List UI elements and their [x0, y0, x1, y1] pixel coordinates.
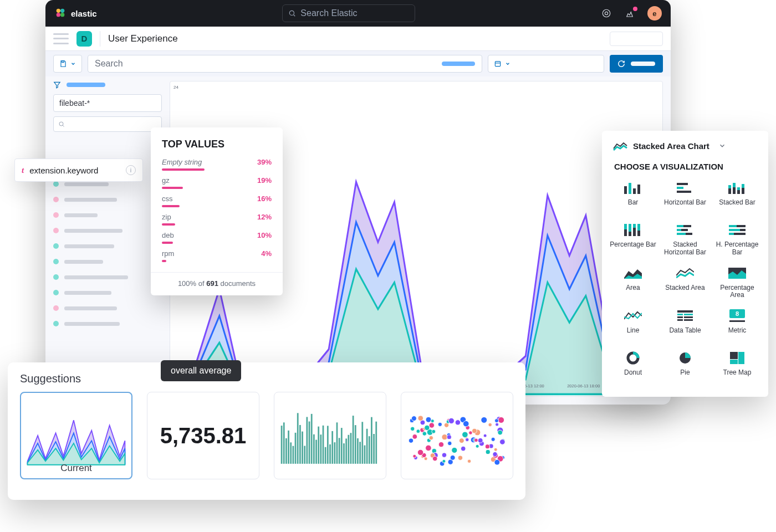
field-item[interactable]: [53, 192, 162, 207]
metric-tooltip: overall average: [161, 360, 241, 381]
svg-rect-17: [637, 185, 640, 194]
top-value-row[interactable]: rpm4%: [162, 249, 272, 262]
viz-option[interactable]: H. Percentage Bar: [713, 223, 762, 257]
viz-option[interactable]: Tree Map: [713, 351, 762, 383]
viz-option[interactable]: Stacked Bar: [713, 181, 762, 213]
svg-rect-83: [323, 426, 324, 464]
data-table-icon: [675, 309, 695, 323]
viz-option[interactable]: 8Metric: [713, 309, 762, 341]
svg-rect-28: [742, 184, 744, 188]
svg-rect-94: [348, 435, 349, 464]
viz-option[interactable]: Percentage Area: [713, 267, 762, 300]
svg-point-188: [442, 434, 447, 440]
field-item[interactable]: [53, 269, 162, 285]
viz-option[interactable]: Horizontal Bar: [661, 181, 709, 213]
viz-option[interactable]: Donut: [609, 351, 657, 383]
date-picker[interactable]: [488, 55, 604, 73]
viz-option[interactable]: Stacked Horizontal Bar: [661, 223, 709, 257]
svg-point-181: [438, 422, 442, 426]
global-search[interactable]: Search Elastic: [282, 4, 415, 22]
svg-rect-82: [320, 434, 321, 464]
field-pill[interactable]: t extension.keyword i: [14, 158, 143, 182]
metric-value: 5,735.81: [160, 423, 247, 448]
svg-point-119: [429, 423, 435, 428]
svg-rect-74: [302, 432, 303, 464]
refresh-button[interactable]: [610, 55, 663, 73]
svg-rect-72: [297, 413, 299, 464]
field-item[interactable]: [53, 254, 162, 269]
svg-point-190: [455, 420, 460, 425]
field-item[interactable]: [53, 238, 162, 254]
index-pattern-input[interactable]: [53, 94, 162, 112]
viz-option[interactable]: Pie: [661, 351, 709, 383]
svg-point-122: [498, 430, 503, 435]
nav-toggle-icon[interactable]: [53, 33, 69, 44]
svg-rect-84: [325, 447, 326, 464]
info-icon[interactable]: i: [126, 165, 136, 175]
stacked-horizontal-bar-icon: [675, 223, 695, 237]
svg-rect-68: [288, 431, 289, 464]
user-avatar[interactable]: e: [647, 6, 662, 21]
svg-rect-85: [327, 426, 329, 463]
suggestion-scatter[interactable]: [401, 392, 513, 479]
saved-query-button[interactable]: [53, 55, 82, 73]
top-value-row[interactable]: Empty string39%: [162, 158, 272, 171]
header-action-slot[interactable]: [610, 32, 663, 46]
viz-option[interactable]: Bar: [609, 181, 657, 213]
field-item[interactable]: [53, 300, 162, 316]
svg-rect-80: [315, 440, 317, 464]
svg-rect-56: [684, 319, 693, 321]
viz-option[interactable]: Line: [609, 309, 657, 341]
svg-line-5: [294, 15, 295, 17]
viz-option[interactable]: Stacked Area: [661, 267, 709, 300]
svg-point-146: [426, 417, 431, 422]
svg-rect-87: [331, 431, 333, 464]
viz-current[interactable]: Stacked Area Chart: [602, 131, 768, 154]
svg-point-132: [462, 432, 468, 438]
field-item[interactable]: [53, 223, 162, 238]
suggestion-current[interactable]: Current: [20, 392, 132, 479]
svg-rect-48: [729, 233, 734, 235]
query-input[interactable]: Search: [88, 55, 482, 73]
svg-point-158: [429, 436, 433, 440]
svg-point-192: [432, 429, 436, 433]
suggestion-bar[interactable]: [274, 392, 386, 479]
viz-option[interactable]: Data Table: [661, 309, 709, 341]
field-item[interactable]: [53, 207, 162, 223]
svg-rect-77: [309, 422, 310, 464]
field-item[interactable]: [53, 285, 162, 300]
viz-option[interactable]: Percentage Bar: [609, 223, 657, 257]
chevron-down-icon: [505, 61, 510, 66]
viz-option[interactable]: Area: [609, 267, 657, 300]
svg-point-151: [411, 416, 416, 421]
svg-point-177: [411, 427, 415, 431]
suggestion-current-label: Current: [21, 463, 131, 474]
space-badge[interactable]: D: [76, 31, 92, 47]
top-value-row[interactable]: deb10%: [162, 231, 272, 244]
svg-rect-88: [334, 442, 335, 464]
field-item[interactable]: [53, 316, 162, 331]
svg-point-194: [413, 454, 416, 458]
top-value-row[interactable]: gz19%: [162, 176, 272, 189]
svg-point-157: [425, 425, 430, 430]
help-icon[interactable]: [601, 8, 612, 19]
filter-icon: [53, 81, 61, 89]
svg-rect-81: [318, 427, 319, 464]
brand-logo[interactable]: elastic: [54, 7, 97, 21]
svg-point-129: [412, 434, 417, 439]
percentage-area-icon: [727, 267, 747, 280]
svg-rect-38: [677, 225, 683, 227]
svg-point-1: [60, 8, 64, 12]
stacked-area-icon: [613, 141, 627, 151]
field-search[interactable]: [53, 116, 162, 132]
svg-rect-63: [738, 352, 744, 364]
newsfeed-icon[interactable]: [624, 8, 635, 19]
svg-point-166: [494, 459, 500, 465]
svg-point-163: [467, 459, 471, 463]
add-filter-row[interactable]: [53, 81, 162, 89]
top-value-row[interactable]: css16%: [162, 195, 272, 207]
top-value-row[interactable]: zip12%: [162, 213, 272, 226]
suggestion-metric[interactable]: 5,735.81: [147, 392, 259, 479]
svg-point-134: [426, 445, 432, 451]
chevron-down-icon: [718, 142, 726, 150]
